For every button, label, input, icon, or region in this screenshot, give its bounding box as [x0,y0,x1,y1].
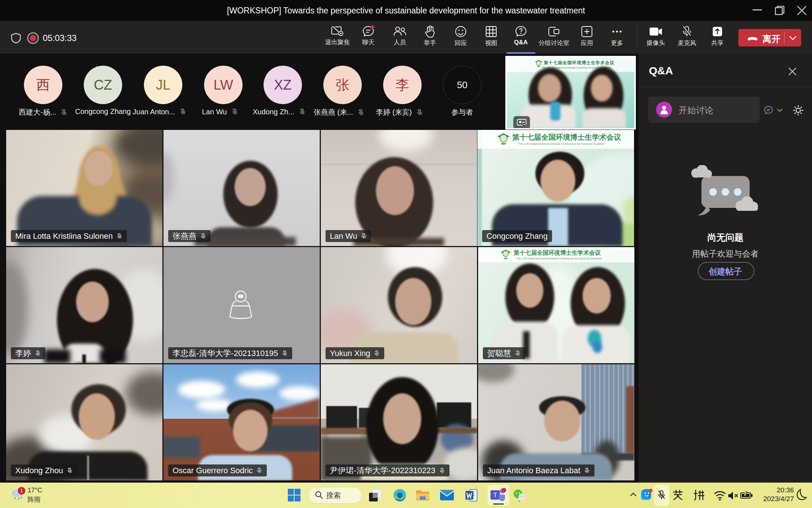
svg-text:T: T [493,492,497,499]
